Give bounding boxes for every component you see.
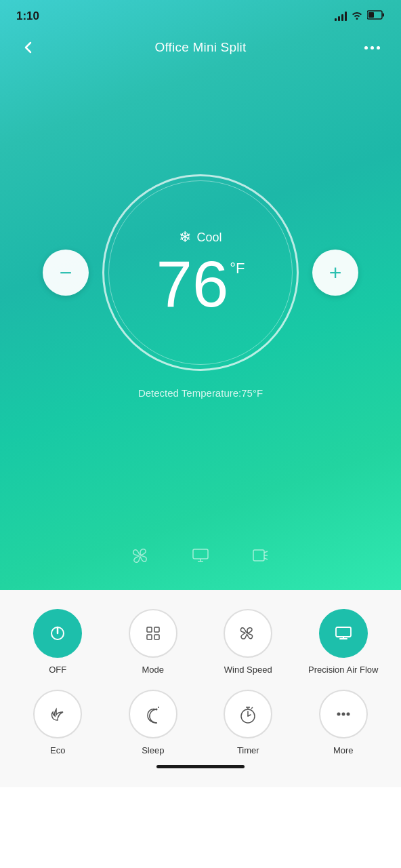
mode-button[interactable] xyxy=(129,609,177,658)
back-button[interactable] xyxy=(16,35,41,60)
sleep-label: Sleep xyxy=(142,745,164,757)
svg-rect-14 xyxy=(147,635,152,639)
wifi-icon xyxy=(351,10,363,22)
temperature-controls: − ❄ Cool 76 °F + xyxy=(0,174,401,371)
svg-point-27 xyxy=(337,712,340,715)
control-item-wind-speed[interactable]: Wind Speed xyxy=(204,609,293,676)
temperature-display: 76 °F xyxy=(156,252,245,317)
mode-label-text: Mode xyxy=(142,665,164,676)
controls-grid: OFF Mode Wind Speed xyxy=(14,609,387,757)
precision-air-flow-label: Precision Air Flow xyxy=(308,665,378,676)
svg-rect-6 xyxy=(253,550,264,561)
controls-section: OFF Mode Wind Speed xyxy=(0,590,401,787)
eco-button[interactable] xyxy=(33,690,82,738)
svg-rect-12 xyxy=(147,627,152,632)
off-label: OFF xyxy=(49,665,66,676)
svg-rect-16 xyxy=(336,627,351,637)
status-icons xyxy=(335,10,385,22)
control-item-precision-air-flow[interactable]: Precision Air Flow xyxy=(299,609,388,676)
off-button[interactable] xyxy=(33,609,82,658)
mode-text: Cool xyxy=(196,231,221,245)
control-item-more[interactable]: More xyxy=(299,690,388,757)
status-bar: 1:10 xyxy=(0,0,401,30)
signal-icon xyxy=(335,12,347,21)
sleep-button[interactable] xyxy=(129,690,177,738)
svg-rect-15 xyxy=(154,635,159,639)
temperature-value: 76 xyxy=(156,252,228,317)
more-button[interactable] xyxy=(319,690,368,738)
eco-label: Eco xyxy=(50,745,65,757)
home-indicator xyxy=(14,757,387,774)
wind-speed-label: Wind Speed xyxy=(224,665,272,676)
increase-temp-button[interactable]: + xyxy=(312,250,358,296)
detected-temperature: Detected Temperature:75°F xyxy=(138,387,263,399)
svg-point-28 xyxy=(341,712,345,715)
svg-point-20 xyxy=(158,707,159,708)
control-item-off[interactable]: OFF xyxy=(14,609,102,676)
decrease-temp-button[interactable]: − xyxy=(43,250,89,296)
more-options-button[interactable] xyxy=(360,35,385,60)
control-item-eco[interactable]: Eco xyxy=(14,690,102,757)
page-title: Office Mini Split xyxy=(154,40,246,55)
svg-rect-1 xyxy=(383,14,385,17)
timer-label: Timer xyxy=(237,745,259,757)
control-item-timer[interactable]: Timer xyxy=(204,690,293,757)
wind-icon[interactable] xyxy=(131,546,150,570)
mode-label: ❄ Cool xyxy=(179,229,221,246)
svg-point-19 xyxy=(155,708,157,710)
timer-button[interactable] xyxy=(224,690,272,738)
svg-point-29 xyxy=(346,712,350,715)
bottom-icons-row xyxy=(0,532,401,590)
svg-rect-2 xyxy=(368,12,374,18)
display-icon[interactable] xyxy=(191,546,210,570)
wind-speed-button[interactable] xyxy=(224,609,272,658)
thermostat-dial: ❄ Cool 76 °F xyxy=(102,174,299,371)
more-label: More xyxy=(333,745,354,757)
control-item-mode[interactable]: Mode xyxy=(109,609,198,676)
temperature-unit: °F xyxy=(230,261,245,276)
home-bar xyxy=(156,765,245,768)
control-item-sleep[interactable]: Sleep xyxy=(109,690,198,757)
app-header: Office Mini Split xyxy=(0,30,401,68)
precision-air-flow-button[interactable] xyxy=(319,609,368,658)
svg-line-26 xyxy=(251,707,253,709)
svg-rect-3 xyxy=(193,549,208,559)
status-time: 1:10 xyxy=(16,9,39,23)
thermostat-area: − ❄ Cool 76 °F + Detected Temperature:75… xyxy=(0,68,401,532)
battery-icon xyxy=(367,10,385,22)
light-icon[interactable] xyxy=(251,546,270,570)
svg-rect-13 xyxy=(154,627,159,632)
snowflake-icon: ❄ xyxy=(179,229,191,246)
